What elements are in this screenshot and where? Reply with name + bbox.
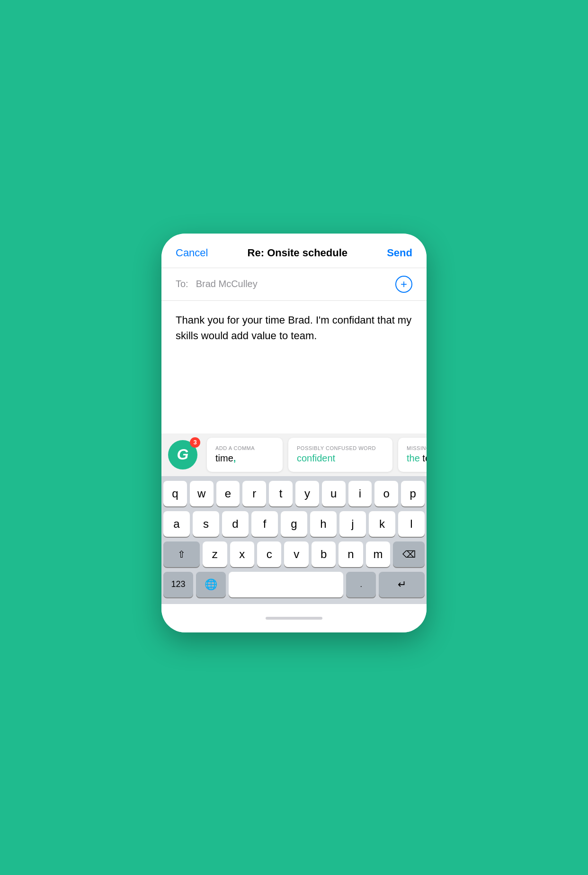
home-indicator	[266, 617, 322, 620]
delete-key[interactable]: ⌫	[393, 541, 425, 567]
key-t[interactable]: t	[269, 481, 293, 506]
key-o[interactable]: o	[374, 481, 398, 506]
grammarly-g-letter: G	[177, 446, 189, 463]
send-button[interactable]: Send	[387, 247, 412, 259]
suggestion-confused-word[interactable]: POSSIBLY CONFUSED WORD confident	[288, 438, 392, 472]
key-b[interactable]: b	[312, 541, 336, 567]
key-j[interactable]: j	[339, 511, 366, 537]
key-h[interactable]: h	[310, 511, 337, 537]
suggestion-label-3: MISSING	[407, 445, 427, 451]
key-g[interactable]: g	[281, 511, 307, 537]
suggestion-missing-word[interactable]: MISSING the te	[398, 438, 427, 472]
period-key[interactable]: .	[346, 572, 376, 597]
email-compose: Cancel Re: Onsite schedule Send To: Brad…	[161, 234, 427, 433]
email-body[interactable]: Thank you for your time Brad. I'm confid…	[161, 301, 427, 433]
suggestion-add-comma[interactable]: ADD A COMMA time,	[207, 438, 283, 472]
key-x[interactable]: x	[230, 541, 254, 567]
globe-key[interactable]: 🌐	[196, 572, 226, 597]
key-c[interactable]: c	[257, 541, 281, 567]
recipient-name: Brad McCulley	[196, 279, 395, 289]
comma-highlight: ,	[233, 453, 236, 463]
key-n[interactable]: n	[339, 541, 363, 567]
email-header: Cancel Re: Onsite schedule Send	[161, 234, 427, 268]
grammarly-badge: 3	[190, 437, 200, 448]
key-i[interactable]: i	[348, 481, 372, 506]
phone-bottom	[161, 604, 427, 632]
suggestion-value-1: time,	[215, 453, 274, 464]
suggestion-value-3: the te	[407, 453, 427, 464]
keyboard-row-2: a s d f g h j k l	[163, 511, 425, 537]
keyboard: q w e r t y u i o p a s d f g h j k	[161, 476, 427, 604]
key-v[interactable]: v	[284, 541, 308, 567]
key-u[interactable]: u	[322, 481, 346, 506]
suggestions-bar: G 3 ADD A COMMA time, POSSIBLY CONFUSED …	[161, 433, 427, 476]
key-a[interactable]: a	[163, 511, 190, 537]
grammarly-icon[interactable]: G 3	[161, 433, 204, 476]
email-subject: Re: Onsite schedule	[248, 247, 348, 259]
keyboard-row-3: ⇧ z x c v b n m ⌫	[163, 541, 425, 567]
return-key[interactable]: ↵	[379, 572, 425, 597]
suggestion-value-2: confident	[297, 453, 384, 464]
phone-wrapper: Cancel Re: Onsite schedule Send To: Brad…	[147, 224, 441, 651]
key-z[interactable]: z	[203, 541, 227, 567]
missing-green-word: the	[407, 453, 420, 463]
add-contact-button[interactable]: +	[395, 276, 412, 293]
key-m[interactable]: m	[366, 541, 390, 567]
key-k[interactable]: k	[369, 511, 395, 537]
key-f[interactable]: f	[251, 511, 278, 537]
to-label: To:	[176, 279, 188, 289]
cancel-button[interactable]: Cancel	[176, 247, 208, 259]
key-q[interactable]: q	[163, 481, 187, 506]
keyboard-row-4: 123 🌐 . ↵	[163, 572, 425, 597]
keyboard-row-1: q w e r t y u i o p	[163, 481, 425, 506]
key-y[interactable]: y	[295, 481, 319, 506]
key-d[interactable]: d	[222, 511, 249, 537]
to-field: To: Brad McCulley +	[161, 268, 427, 301]
key-r[interactable]: r	[242, 481, 266, 506]
suggestion-label-1: ADD A COMMA	[215, 445, 274, 451]
key-l[interactable]: l	[398, 511, 425, 537]
suggestion-label-2: POSSIBLY CONFUSED WORD	[297, 445, 384, 451]
email-body-text: Thank you for your time Brad. I'm confid…	[176, 312, 412, 343]
key-p[interactable]: p	[401, 481, 425, 506]
shift-key[interactable]: ⇧	[163, 541, 200, 567]
space-key[interactable]	[229, 572, 343, 597]
phone: Cancel Re: Onsite schedule Send To: Brad…	[161, 234, 427, 632]
key-s[interactable]: s	[193, 511, 219, 537]
num-key[interactable]: 123	[163, 572, 193, 597]
key-w[interactable]: w	[190, 481, 214, 506]
key-e[interactable]: e	[216, 481, 240, 506]
